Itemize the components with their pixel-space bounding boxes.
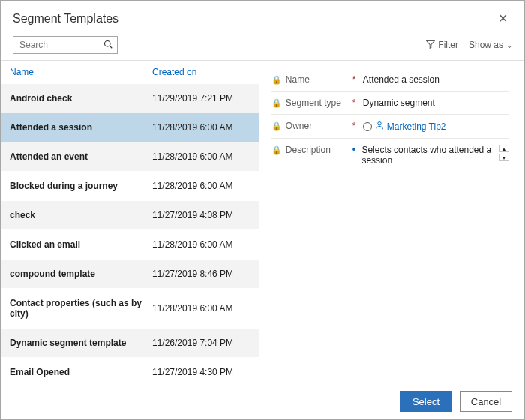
spinner-down-button[interactable]: ▾ [499,154,509,161]
lock-icon: 🔒 [272,146,282,155]
row-name: Attended a session [10,122,152,133]
row-name: Attended an event [10,152,152,162]
field-desc-value[interactable]: Selects contacts who attended a session … [357,145,509,166]
field-owner-value[interactable]: Marketing Tip2 [358,121,509,132]
table-row[interactable]: Email Opened11/27/2019 4:30 PM [1,357,260,383]
cancel-button[interactable]: Cancel [460,391,512,412]
table-row[interactable]: Contact properties (such as by city)11/2… [1,288,260,328]
table-row[interactable]: Android check11/29/2019 7:21 PM [1,83,260,112]
field-type-value[interactable]: Dynamic segment [358,98,509,108]
dialog-body: Name Created on Android check11/29/2019 … [1,60,524,383]
row-created: 11/27/2019 4:08 PM [152,210,250,220]
toolbar: Filter Show as ⌄ [1,33,524,60]
lock-icon: 🔒 [272,98,282,108]
row-name: Android check [10,93,152,104]
row-created: 11/29/2019 7:21 PM [152,93,250,104]
row-created: 11/28/2019 6:00 AM [152,122,250,133]
field-name-label: Name [286,74,310,85]
table-row[interactable]: check11/27/2019 4:08 PM [1,200,260,230]
field-name: 🔒 Name * Attended a session [272,68,509,92]
row-created: 11/28/2019 6:00 AM [152,239,250,250]
field-segment-type: 🔒 Segment type * Dynamic segment [272,92,509,115]
list-pane: Name Created on Android check11/29/2019 … [1,61,260,383]
column-header-name[interactable]: Name [10,67,152,77]
svg-line-1 [110,46,112,48]
row-name: Email Opened [10,367,152,377]
svg-point-2 [378,122,382,126]
field-desc-label: Description [286,145,331,155]
row-created: 11/28/2019 6:00 AM [152,181,250,191]
spinner-up-button[interactable]: ▴ [499,145,509,152]
table-row[interactable]: Attended an event11/28/2019 6:00 AM [1,142,260,171]
filter-icon [426,40,435,51]
select-button[interactable]: Select [400,391,452,412]
lock-icon: 🔒 [272,122,282,131]
description-text: Selects contacts who attended a session [362,145,494,166]
close-icon: ✕ [498,12,508,25]
dialog-footer: Select Cancel [1,383,524,419]
row-created: 11/28/2019 6:00 AM [152,152,250,162]
required-indicator: * [352,74,358,85]
list-scroll[interactable]: Android check11/29/2019 7:21 PMAttended … [1,83,260,383]
row-created: 11/27/2019 4:30 PM [152,367,250,377]
filter-label: Filter [438,40,458,50]
recommended-indicator: • [352,145,358,155]
user-icon [375,121,384,132]
table-row[interactable]: Attended a session11/28/2019 6:00 AM [1,112,260,142]
table-row[interactable]: Clicked an email11/28/2019 6:00 AM [1,230,260,259]
row-name: Dynamic segment template [10,338,152,348]
row-created: 11/28/2019 6:00 AM [152,303,250,314]
search-icon[interactable] [104,40,112,51]
search-input[interactable] [18,39,104,51]
row-created: 11/27/2019 8:46 PM [152,268,250,279]
svg-point-0 [105,40,111,46]
segment-templates-dialog: Segment Templates ✕ Filter Show as ⌄ [0,0,525,420]
field-owner-label: Owner [286,121,312,131]
lock-icon: 🔒 [272,75,282,85]
chevron-down-icon: ⌄ [506,41,512,50]
dialog-title: Segment Templates [13,12,118,26]
table-row[interactable]: compound template11/27/2019 8:46 PM [1,259,260,288]
row-name: Blocked during a journey [10,181,152,191]
showas-button[interactable]: Show as ⌄ [469,40,512,50]
table-row[interactable]: Blocked during a journey11/28/2019 6:00 … [1,171,260,200]
required-indicator: * [352,121,358,131]
row-name: Clicked an email [10,239,152,250]
description-spinner: ▴ ▾ [499,145,509,161]
field-owner: 🔒 Owner * Marketing Tip2 [272,115,509,139]
showas-label: Show as [469,40,503,50]
grid-header: Name Created on [1,61,260,83]
field-name-value[interactable]: Attended a session [358,74,509,85]
field-description: 🔒 Description • Selects contacts who att… [272,139,509,172]
row-name: compound template [10,268,152,279]
toolbar-right: Filter Show as ⌄ [426,40,512,51]
row-name: Contact properties (such as by city) [10,298,152,319]
dialog-header: Segment Templates ✕ [1,1,524,33]
owner-link-text: Marketing Tip2 [387,122,446,132]
filter-button[interactable]: Filter [426,40,458,51]
row-created: 11/26/2019 7:04 PM [152,338,250,348]
search-box[interactable] [13,36,118,54]
column-header-created[interactable]: Created on [152,67,250,77]
required-indicator: * [352,98,358,108]
persona-icon [363,122,372,131]
row-name: check [10,210,152,220]
table-row[interactable]: Dynamic segment template11/26/2019 7:04 … [1,328,260,357]
field-type-label: Segment type [286,98,341,108]
close-button[interactable]: ✕ [494,8,512,28]
detail-pane: 🔒 Name * Attended a session 🔒 Segment ty… [260,61,524,383]
